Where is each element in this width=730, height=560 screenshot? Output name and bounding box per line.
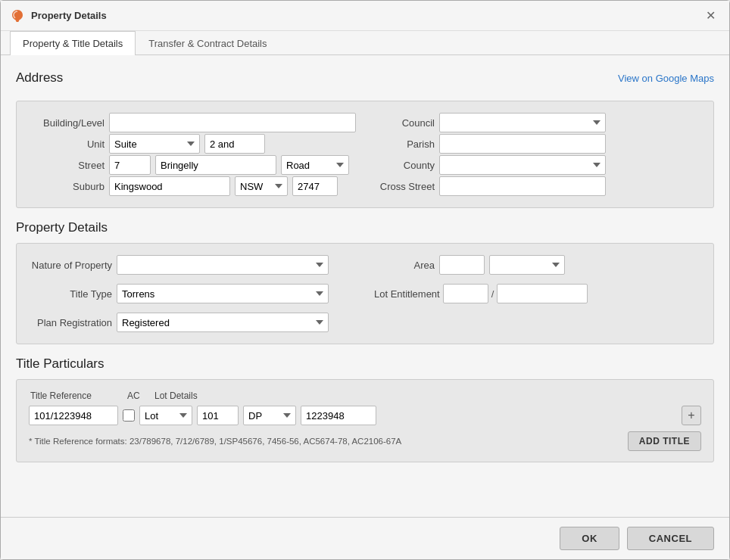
nature-label: Nature of Property <box>29 260 112 271</box>
plan-registration-row: Plan Registration Registered Unregistere… <box>29 312 356 333</box>
lot-entitlement-label: Lot Entitlement <box>374 288 440 300</box>
building-level-row: Building/Level <box>29 112 356 133</box>
col-lot-details: Lot Details <box>154 390 306 401</box>
parish-row: Parish <box>374 133 701 154</box>
dp-number-input[interactable] <box>301 406 376 425</box>
title-formats-note: * Title Reference formats: 23/789678, 7/… <box>29 437 401 446</box>
dialog-footer: OK CANCEL <box>1 517 729 559</box>
unit-row: Unit Suite Unit Apt Level <box>29 133 356 154</box>
postcode-input[interactable] <box>292 176 338 196</box>
property-details-dialog: Property Details ✕ Property & Title Deta… <box>0 0 730 560</box>
title-particulars-section-box: Title Reference AC Lot Details Lot SP DP… <box>16 379 714 462</box>
title-type-row: Title Type Torrens Old System Strata Com… <box>29 283 356 304</box>
street-type-select[interactable]: Road Street Avenue Drive Court <box>281 155 349 175</box>
tab-property-title[interactable]: Property & Title Details <box>10 31 136 55</box>
nature-of-property-select[interactable]: Residential Commercial Industrial Rural <box>117 255 329 275</box>
title-reference-input[interactable] <box>29 406 118 425</box>
property-details-section-box: Nature of Property Residential Commercia… <box>16 243 714 344</box>
area-label: Area <box>374 260 435 271</box>
unit-type-select[interactable]: Suite Unit Apt Level <box>109 134 200 154</box>
ok-button[interactable]: OK <box>560 527 619 550</box>
street-label: Street <box>29 160 105 171</box>
view-on-google-maps-link[interactable]: View on Google Maps <box>618 73 714 84</box>
title-type-select[interactable]: Torrens Old System Strata Community <box>117 284 329 303</box>
building-level-label: Building/Level <box>29 117 105 129</box>
state-select[interactable]: NSW VIC QLD SA WA TAS NT ACT <box>235 176 288 196</box>
street-number-input[interactable] <box>109 155 151 175</box>
cross-street-input[interactable] <box>439 176 606 196</box>
title-entry-row: Lot SP DP CP DP SP CP LP + <box>29 406 701 425</box>
app-logo-icon <box>10 8 25 23</box>
cross-street-row: Cross Street <box>374 176 701 197</box>
address-left-col: Building/Level Unit Suite Unit Apt Level <box>29 112 356 197</box>
parish-input[interactable] <box>439 134 606 154</box>
ac-checkbox[interactable] <box>123 409 135 422</box>
add-row-button[interactable]: + <box>682 406 701 425</box>
title-particulars-footer: * Title Reference formats: 23/789678, 7/… <box>29 431 701 451</box>
area-unit-select[interactable]: m² ha acres <box>489 255 565 275</box>
property-details-left: Nature of Property Residential Commercia… <box>29 254 356 333</box>
property-details-section-title: Property Details <box>16 220 714 235</box>
county-label: County <box>374 160 435 171</box>
unit-label: Unit <box>29 138 105 150</box>
dp-type-select[interactable]: DP SP CP LP <box>243 406 296 425</box>
building-level-input[interactable] <box>109 113 356 132</box>
property-details-right: Area m² ha acres Lot Entitlement / <box>374 254 701 333</box>
plan-reg-label: Plan Registration <box>29 317 112 328</box>
county-select[interactable] <box>439 155 606 175</box>
tab-bar: Property & Title Details Transfer & Cont… <box>1 31 729 55</box>
address-section-box: Building/Level Unit Suite Unit Apt Level <box>16 101 714 208</box>
street-name-input[interactable] <box>155 155 276 175</box>
col-title-reference: Title Reference <box>30 390 121 401</box>
title-particulars-section-title: Title Particulars <box>16 356 714 372</box>
area-row: Area m² ha acres <box>374 254 701 275</box>
title-type-label: Title Type <box>29 288 112 300</box>
county-row: County <box>374 154 701 176</box>
lot-denominator-input[interactable] <box>497 284 588 303</box>
close-button[interactable]: ✕ <box>701 7 720 24</box>
lot-type-select[interactable]: Lot SP DP CP <box>139 406 192 425</box>
parish-label: Parish <box>374 138 435 150</box>
lot-divider: / <box>491 288 494 300</box>
suburb-label: Suburb <box>29 181 105 192</box>
cancel-button[interactable]: CANCEL <box>627 527 714 550</box>
title-bar-left: Property Details <box>10 8 107 23</box>
cross-street-label: Cross Street <box>374 181 435 192</box>
title-bar: Property Details ✕ <box>1 1 729 31</box>
lot-entitlement-row: Lot Entitlement / <box>374 283 701 304</box>
suburb-row: Suburb NSW VIC QLD SA WA TAS NT ACT <box>29 176 356 197</box>
lot-number-input[interactable] <box>197 406 239 425</box>
street-row: Street Road Street Avenue Drive Court <box>29 154 356 176</box>
main-content: Address View on Google Maps Building/Lev… <box>1 55 729 517</box>
nature-of-property-row: Nature of Property Residential Commercia… <box>29 254 356 275</box>
tab-transfer-contract[interactable]: Transfer & Contract Details <box>136 31 279 55</box>
unit-and-input[interactable] <box>204 134 265 154</box>
lot-numerator-input[interactable] <box>443 284 488 303</box>
property-details-grid: Nature of Property Residential Commercia… <box>29 254 701 333</box>
address-right-col: Council Parish County <box>374 112 701 197</box>
address-section-title: Address <box>16 70 63 86</box>
council-select[interactable] <box>439 113 606 132</box>
title-columns-header: Title Reference AC Lot Details <box>29 390 701 401</box>
plan-registration-select[interactable]: Registered Unregistered <box>117 313 329 332</box>
council-row: Council <box>374 112 701 133</box>
council-label: Council <box>374 117 435 129</box>
add-title-button[interactable]: ADD TITLE <box>628 431 701 451</box>
dialog-title: Property Details <box>31 10 107 21</box>
address-form-grid: Building/Level Unit Suite Unit Apt Level <box>29 112 701 197</box>
col-ac: AC <box>127 390 148 401</box>
address-header-row: Address View on Google Maps <box>16 67 714 93</box>
area-input[interactable] <box>439 255 485 275</box>
suburb-input[interactable] <box>109 176 230 196</box>
